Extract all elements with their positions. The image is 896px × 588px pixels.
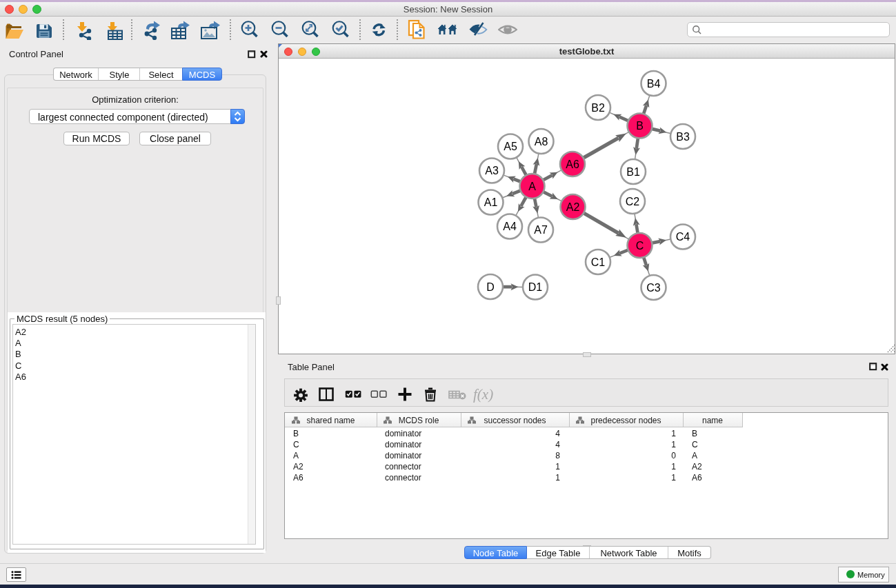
svg-text:A1: A1 <box>484 196 498 208</box>
svg-text:B: B <box>636 120 644 132</box>
svg-text:A8: A8 <box>535 136 548 148</box>
svg-text:A6: A6 <box>566 159 579 170</box>
svg-text:A5: A5 <box>504 141 517 152</box>
svg-text:C1: C1 <box>591 256 606 268</box>
svg-text:C3: C3 <box>646 282 661 294</box>
svg-text:B3: B3 <box>676 131 690 143</box>
svg-text:B2: B2 <box>591 102 605 114</box>
svg-text:A4: A4 <box>503 221 517 232</box>
svg-text:C4: C4 <box>676 231 690 243</box>
svg-text:D: D <box>486 281 495 293</box>
svg-text:D1: D1 <box>528 281 543 293</box>
svg-text:C2: C2 <box>626 196 640 207</box>
svg-text:A7: A7 <box>534 224 548 236</box>
svg-text:A: A <box>528 181 536 192</box>
svg-text:A2: A2 <box>566 201 580 213</box>
svg-text:B1: B1 <box>626 166 640 178</box>
svg-text:A3: A3 <box>485 165 499 176</box>
svg-text:B4: B4 <box>647 78 661 90</box>
svg-text:C: C <box>636 240 644 252</box>
